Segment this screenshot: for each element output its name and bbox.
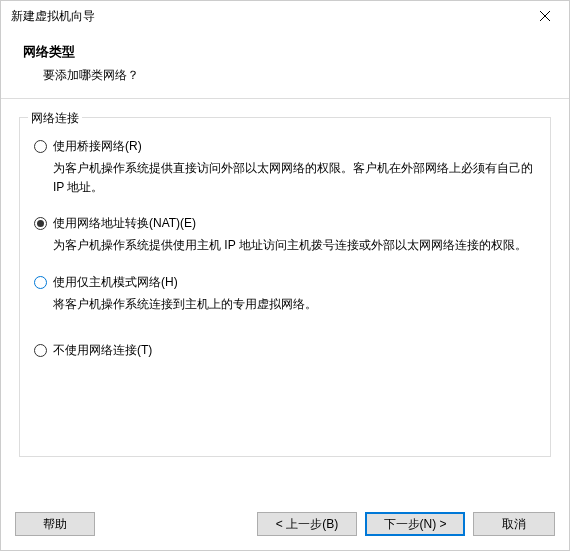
wizard-header: 网络类型 要添加哪类网络？ [1,31,569,99]
radio-description: 将客户机操作系统连接到主机上的专用虚拟网络。 [53,295,536,314]
radio-description: 为客户机操作系统提供直接访问外部以太网网络的权限。客户机在外部网络上必须有自己的… [53,159,536,197]
back-button[interactable]: < 上一步(B) [257,512,357,536]
network-connection-group: 网络连接 使用桥接网络(R) 为客户机操作系统提供直接访问外部以太网网络的权限。… [19,117,551,457]
radio-icon [34,217,47,230]
option-nat: 使用网络地址转换(NAT)(E) 为客户机操作系统提供使用主机 IP 地址访问主… [34,215,536,255]
help-button[interactable]: 帮助 [15,512,95,536]
radio-none[interactable]: 不使用网络连接(T) [34,342,536,359]
radio-label: 不使用网络连接(T) [53,342,152,359]
radio-hostonly[interactable]: 使用仅主机模式网络(H) [34,274,536,291]
page-subtitle: 要添加哪类网络？ [43,67,547,84]
wizard-footer: 帮助 < 上一步(B) 下一步(N) > 取消 [1,502,569,550]
radio-bridged[interactable]: 使用桥接网络(R) [34,138,536,155]
radio-icon [34,344,47,357]
next-button[interactable]: 下一步(N) > [365,512,465,536]
close-button[interactable] [525,2,565,30]
radio-icon [34,276,47,289]
page-title: 网络类型 [23,43,547,61]
radio-description: 为客户机操作系统提供使用主机 IP 地址访问主机拨号连接或外部以太网网络连接的权… [53,236,536,255]
radio-icon [34,140,47,153]
option-bridged: 使用桥接网络(R) 为客户机操作系统提供直接访问外部以太网网络的权限。客户机在外… [34,138,536,197]
close-icon [540,11,550,21]
titlebar: 新建虚拟机向导 [1,1,569,31]
radio-nat[interactable]: 使用网络地址转换(NAT)(E) [34,215,536,232]
radio-label: 使用网络地址转换(NAT)(E) [53,215,196,232]
window-title: 新建虚拟机向导 [11,8,95,25]
option-none: 不使用网络连接(T) [34,342,536,359]
radio-label: 使用仅主机模式网络(H) [53,274,178,291]
option-hostonly: 使用仅主机模式网络(H) 将客户机操作系统连接到主机上的专用虚拟网络。 [34,274,536,314]
groupbox-label: 网络连接 [28,110,82,127]
cancel-button[interactable]: 取消 [473,512,555,536]
content-area: 网络连接 使用桥接网络(R) 为客户机操作系统提供直接访问外部以太网网络的权限。… [1,99,569,502]
radio-label: 使用桥接网络(R) [53,138,142,155]
